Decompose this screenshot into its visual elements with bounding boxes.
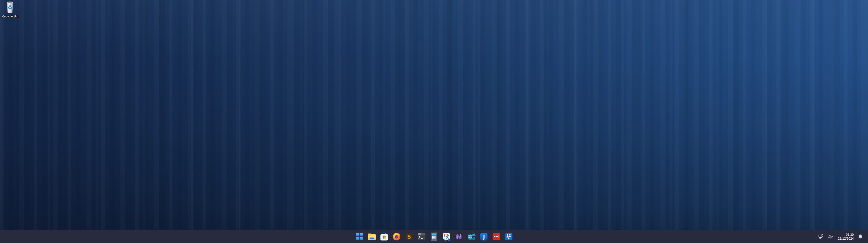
sublime-text-icon: S: [405, 233, 413, 241]
calculator-icon: [431, 232, 437, 241]
desktop-icon-label: Recycle Bin: [2, 14, 18, 18]
desktop-icon-recycle-bin[interactable]: ♻ Recycle Bin: [0, 1, 20, 18]
windows-start-icon: [355, 233, 363, 240]
taskbar-app-calculator[interactable]: [428, 230, 440, 243]
database-cloud-gear-icon: [467, 233, 475, 241]
taskbar-app-visual-studio[interactable]: [453, 230, 465, 243]
network-tray-button[interactable]: [818, 234, 824, 240]
svg-text:♻: ♻: [7, 4, 12, 11]
taskbar-app-sql-server-management-studio[interactable]: [465, 230, 477, 243]
taskbar-clock[interactable]: 01:30 28/12/2024: [837, 232, 855, 241]
svg-text:J: J: [483, 234, 485, 240]
firefox-icon: [393, 233, 401, 241]
taskbar: S: [0, 230, 868, 243]
taskbar-pinned-apps: S: [353, 230, 515, 243]
start-button[interactable]: [353, 230, 366, 243]
taskbar-app-terminal[interactable]: [415, 230, 428, 243]
joplin-icon: J: [480, 233, 488, 241]
taskbar-app-file-explorer[interactable]: [366, 230, 378, 243]
system-tray: 01:30 28/12/2024: [818, 230, 863, 243]
dropbox-icon: [505, 233, 513, 241]
snipping-tool-icon: [442, 232, 451, 241]
clock-time: 01:30: [838, 233, 854, 237]
svg-text:S: S: [407, 234, 411, 240]
desktop-wallpaper: ♻ Recycle Bin: [0, 0, 868, 243]
volume-muted-icon: [828, 234, 834, 239]
clock-date: 28/12/2024: [838, 237, 854, 241]
taskbar-app-dropbox[interactable]: [502, 230, 515, 243]
taskbar-app-microsoft-store[interactable]: [378, 230, 391, 243]
volume-tray-button[interactable]: [827, 234, 834, 239]
microsoft-store-icon: [380, 233, 388, 241]
notification-center-button[interactable]: [858, 234, 863, 240]
network-ethernet-icon: [818, 234, 824, 239]
taskbar-app-joplin[interactable]: J: [477, 230, 490, 243]
taskbar-app-firefox[interactable]: [391, 230, 403, 243]
terminal-icon: [417, 233, 426, 240]
recycle-bin-icon: ♻: [5, 1, 14, 13]
taskbar-app-snipping-tool[interactable]: [440, 230, 453, 243]
file-explorer-icon: [368, 233, 376, 240]
notification-bell-icon: [858, 234, 863, 239]
taskbar-app-sublime-text[interactable]: S: [403, 230, 415, 243]
visual-studio-icon: [455, 233, 463, 241]
lastpass-icon: [493, 233, 500, 241]
taskbar-app-lastpass[interactable]: [490, 230, 502, 243]
